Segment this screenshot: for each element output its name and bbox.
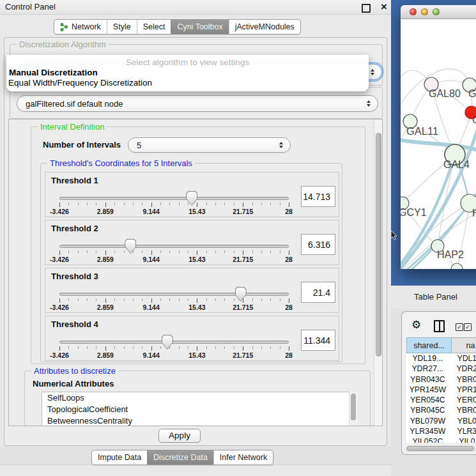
table-horizontal-scrollbar-thumb[interactable] — [406, 446, 474, 451]
slider-tick — [261, 203, 262, 205]
slider-tick — [261, 250, 262, 253]
table-cell-name: YIL0 — [449, 436, 476, 443]
column-layout-icon[interactable] — [434, 320, 445, 332]
down-arrow-icon — [279, 146, 283, 148]
attribute-list-item[interactable]: TopologicalCoefficient — [42, 404, 357, 415]
table-panel-widget: ⚙ ✓ ✓ shared... na YDL19...YDL1YDR27...Y… — [401, 311, 476, 455]
threshold-value-field[interactable]: 14.713 — [301, 186, 335, 207]
slider-tick — [105, 203, 106, 207]
attribute-list-scrollbar — [349, 392, 358, 426]
slider-handle[interactable] — [125, 239, 136, 254]
slider-handle-fill — [125, 240, 135, 253]
slider-tick — [87, 298, 88, 301]
tab-impute-data[interactable]: Impute Data — [92, 450, 147, 464]
slider-tick — [142, 203, 142, 205]
column-header-name[interactable]: na — [452, 337, 476, 353]
table-row[interactable]: YIL052CYIL0 — [406, 436, 476, 443]
column-divider — [439, 321, 440, 331]
threshold-value-field[interactable]: 21.4 — [301, 282, 335, 303]
table-row[interactable]: YBL079WYBL0 — [406, 416, 476, 426]
table-row[interactable]: YBR045CYBR0 — [406, 405, 476, 415]
slider-track[interactable] — [59, 245, 289, 248]
checkbox-icon[interactable]: ✓ — [464, 323, 472, 331]
float-window-icon[interactable] — [362, 4, 371, 13]
slider-tick — [252, 250, 253, 253]
column-header-shared-name[interactable]: shared... — [406, 337, 452, 353]
slider-tick — [78, 203, 79, 205]
slider-track[interactable] — [59, 341, 289, 344]
slider-handle[interactable] — [235, 287, 247, 302]
tab-network-label: Network — [72, 22, 101, 31]
node-label-partial-ga: GA — [468, 88, 476, 99]
checkbox-icon[interactable]: ✓ — [456, 323, 463, 331]
down-arrow-icon — [371, 73, 374, 75]
slider-tick-label: 9.144 — [132, 256, 171, 263]
gear-icon[interactable]: ⚙ — [411, 319, 421, 330]
slider-handle[interactable] — [162, 335, 173, 349]
table-cell-shared-name: YBR043C — [406, 374, 449, 385]
table-panel-titlebar: Table Panel — [391, 286, 476, 309]
slider-tick — [68, 250, 69, 253]
table-panel-title: Table Panel — [414, 292, 457, 302]
settings-scrollbar-thumb[interactable] — [376, 133, 381, 357]
slider-tick — [270, 250, 271, 253]
threshold-value-field[interactable]: 6.316 — [301, 234, 335, 255]
minimize-traffic-light-icon[interactable] — [421, 8, 428, 15]
threshold-value-field[interactable]: 11.344 — [301, 330, 335, 351]
slider-tick — [234, 250, 234, 253]
close-traffic-light-icon[interactable] — [410, 8, 417, 15]
tab-style[interactable]: Style — [107, 20, 137, 34]
slider-tick — [197, 346, 197, 351]
slider-tick — [261, 298, 262, 301]
slider-tick-label: 21.715 — [224, 351, 262, 359]
network-canvas[interactable]: GAL80 GA C GAL11 GAL4 GCY1 H HAP2 — [401, 19, 476, 269]
table-row[interactable]: YPR145WYPR1 — [406, 385, 476, 395]
slider-tick — [206, 298, 207, 301]
tab-network[interactable]: Network — [54, 20, 107, 34]
up-arrow-icon — [367, 100, 371, 103]
attribute-list-scrollbar-thumb[interactable] — [351, 394, 356, 420]
stepper-arrows-icon — [278, 142, 284, 148]
slider-tick — [160, 203, 161, 205]
slider-tick — [243, 298, 243, 303]
tab-cyni-toolbox[interactable]: Cyni Toolbox — [171, 20, 228, 34]
table-row[interactable]: YDL19...YDL1 — [406, 353, 476, 364]
slider-tick — [179, 203, 180, 205]
slider-tick-label: 28 — [270, 256, 308, 263]
slider-track[interactable] — [59, 293, 289, 296]
number-of-intervals-combobox[interactable]: 5 — [128, 137, 291, 153]
slider-tick — [169, 203, 170, 205]
cyni-mode-tabs: Impute Data Discretize Data Infer Networ… — [91, 450, 273, 465]
table-body: YDL19...YDL1YDR27...YDR2YBR043CYBR0YPR14… — [406, 353, 476, 443]
slider-tick — [252, 298, 253, 301]
slider-tick — [224, 298, 225, 301]
slider-tick — [105, 250, 106, 255]
tab-jactivemnodules[interactable]: jActiveMNodules — [229, 20, 300, 34]
slider-tick — [124, 250, 125, 253]
attribute-list-item[interactable]: SelfLoops — [42, 392, 357, 404]
table-row[interactable]: YLR345WYLR3 — [406, 426, 476, 436]
table-data-combobox[interactable]: galFiltered.sif default node — [17, 95, 378, 112]
tab-select[interactable]: Select — [137, 20, 171, 34]
tab-discretize-data[interactable]: Discretize Data — [147, 450, 213, 464]
tab-infer-network[interactable]: Infer Network — [213, 450, 273, 464]
slider-tick — [252, 203, 253, 205]
slider-tick — [124, 346, 125, 349]
attribute-list-item[interactable]: BetweennessCentrality — [42, 415, 357, 426]
tab-discretize-data-label: Discretize Data — [153, 453, 208, 462]
slider-tick — [234, 203, 234, 205]
threshold-panel: Threshold 3-3.4262.8599.14415.4321.71528… — [45, 268, 339, 313]
table-row[interactable]: YER054CYER0 — [406, 395, 476, 405]
slider-tick — [197, 298, 197, 303]
slider-tick — [179, 346, 180, 349]
slider-track[interactable] — [59, 197, 289, 200]
zoom-traffic-light-icon[interactable] — [433, 8, 440, 15]
close-icon[interactable]: × — [381, 0, 387, 14]
apply-button[interactable]: Apply — [158, 429, 201, 443]
network-window-titlebar[interactable] — [401, 5, 476, 19]
algorithm-option-equal-width[interactable]: Equal Width/Frequency Discretization — [8, 78, 152, 88]
table-row[interactable]: YBR043CYBR0 — [406, 374, 476, 385]
number-of-intervals-label: Number of Intervals — [43, 140, 121, 150]
table-row[interactable]: YDR27...YDR2 — [406, 364, 476, 374]
algorithm-option-manual[interactable]: Manual Discretization — [9, 68, 98, 77]
